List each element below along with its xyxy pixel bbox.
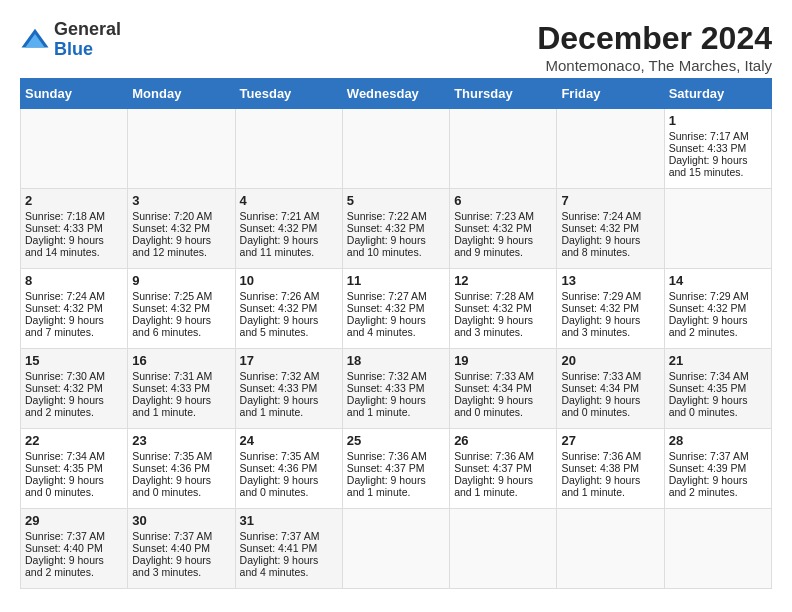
daylight-text: Daylight: 9 hours and 3 minutes. (132, 554, 211, 578)
calendar-cell: 13Sunrise: 7:29 AMSunset: 4:32 PMDayligh… (557, 269, 664, 349)
daylight-text: Daylight: 9 hours and 7 minutes. (25, 314, 104, 338)
calendar-cell (235, 109, 342, 189)
sunrise-text: Sunrise: 7:27 AM (347, 290, 427, 302)
calendar-cell: 23Sunrise: 7:35 AMSunset: 4:36 PMDayligh… (128, 429, 235, 509)
sunrise-text: Sunrise: 7:34 AM (669, 370, 749, 382)
sunset-text: Sunset: 4:34 PM (454, 382, 532, 394)
day-number: 31 (240, 513, 338, 528)
daylight-text: Daylight: 9 hours and 2 minutes. (669, 314, 748, 338)
calendar-cell (664, 509, 771, 589)
header-day-saturday: Saturday (664, 79, 771, 109)
calendar-cell (342, 109, 449, 189)
header-day-monday: Monday (128, 79, 235, 109)
daylight-text: Daylight: 9 hours and 3 minutes. (454, 314, 533, 338)
day-number: 23 (132, 433, 230, 448)
header-day-friday: Friday (557, 79, 664, 109)
logo-icon (20, 25, 50, 55)
sunrise-text: Sunrise: 7:24 AM (561, 210, 641, 222)
calendar-cell: 21Sunrise: 7:34 AMSunset: 4:35 PMDayligh… (664, 349, 771, 429)
calendar-cell: 9Sunrise: 7:25 AMSunset: 4:32 PMDaylight… (128, 269, 235, 349)
calendar-cell: 7Sunrise: 7:24 AMSunset: 4:32 PMDaylight… (557, 189, 664, 269)
calendar-cell: 1Sunrise: 7:17 AMSunset: 4:33 PMDaylight… (664, 109, 771, 189)
daylight-text: Daylight: 9 hours and 0 minutes. (561, 394, 640, 418)
calendar-cell: 2Sunrise: 7:18 AMSunset: 4:33 PMDaylight… (21, 189, 128, 269)
calendar-cell (557, 109, 664, 189)
header-day-sunday: Sunday (21, 79, 128, 109)
sunset-text: Sunset: 4:32 PM (132, 302, 210, 314)
day-number: 20 (561, 353, 659, 368)
day-number: 30 (132, 513, 230, 528)
sunset-text: Sunset: 4:38 PM (561, 462, 639, 474)
calendar-cell (450, 109, 557, 189)
calendar-cell: 11Sunrise: 7:27 AMSunset: 4:32 PMDayligh… (342, 269, 449, 349)
day-number: 18 (347, 353, 445, 368)
daylight-text: Daylight: 9 hours and 5 minutes. (240, 314, 319, 338)
daylight-text: Daylight: 9 hours and 1 minute. (347, 474, 426, 498)
daylight-text: Daylight: 9 hours and 9 minutes. (454, 234, 533, 258)
calendar-cell: 27Sunrise: 7:36 AMSunset: 4:38 PMDayligh… (557, 429, 664, 509)
daylight-text: Daylight: 9 hours and 6 minutes. (132, 314, 211, 338)
day-number: 16 (132, 353, 230, 368)
daylight-text: Daylight: 9 hours and 11 minutes. (240, 234, 319, 258)
week-row-1: 2Sunrise: 7:18 AMSunset: 4:33 PMDaylight… (21, 189, 772, 269)
sunset-text: Sunset: 4:39 PM (669, 462, 747, 474)
daylight-text: Daylight: 9 hours and 12 minutes. (132, 234, 211, 258)
daylight-text: Daylight: 9 hours and 0 minutes. (25, 474, 104, 498)
calendar-cell: 16Sunrise: 7:31 AMSunset: 4:33 PMDayligh… (128, 349, 235, 429)
header-day-tuesday: Tuesday (235, 79, 342, 109)
calendar-cell: 8Sunrise: 7:24 AMSunset: 4:32 PMDaylight… (21, 269, 128, 349)
main-title: December 2024 (537, 20, 772, 57)
daylight-text: Daylight: 9 hours and 0 minutes. (454, 394, 533, 418)
sunset-text: Sunset: 4:32 PM (454, 222, 532, 234)
sunrise-text: Sunrise: 7:32 AM (347, 370, 427, 382)
daylight-text: Daylight: 9 hours and 4 minutes. (240, 554, 319, 578)
calendar-cell (450, 509, 557, 589)
day-number: 29 (25, 513, 123, 528)
sunset-text: Sunset: 4:37 PM (454, 462, 532, 474)
calendar-cell: 5Sunrise: 7:22 AMSunset: 4:32 PMDaylight… (342, 189, 449, 269)
sunrise-text: Sunrise: 7:28 AM (454, 290, 534, 302)
calendar-cell: 25Sunrise: 7:36 AMSunset: 4:37 PMDayligh… (342, 429, 449, 509)
sunrise-text: Sunrise: 7:34 AM (25, 450, 105, 462)
sunrise-text: Sunrise: 7:37 AM (132, 530, 212, 542)
day-number: 22 (25, 433, 123, 448)
sunset-text: Sunset: 4:33 PM (132, 382, 210, 394)
sunset-text: Sunset: 4:40 PM (132, 542, 210, 554)
logo-text: General Blue (54, 20, 121, 60)
day-number: 25 (347, 433, 445, 448)
calendar-cell (21, 109, 128, 189)
calendar-cell: 19Sunrise: 7:33 AMSunset: 4:34 PMDayligh… (450, 349, 557, 429)
sunset-text: Sunset: 4:32 PM (669, 302, 747, 314)
daylight-text: Daylight: 9 hours and 15 minutes. (669, 154, 748, 178)
calendar-cell: 4Sunrise: 7:21 AMSunset: 4:32 PMDaylight… (235, 189, 342, 269)
calendar-cell: 28Sunrise: 7:37 AMSunset: 4:39 PMDayligh… (664, 429, 771, 509)
week-row-2: 8Sunrise: 7:24 AMSunset: 4:32 PMDaylight… (21, 269, 772, 349)
calendar-cell: 15Sunrise: 7:30 AMSunset: 4:32 PMDayligh… (21, 349, 128, 429)
sunset-text: Sunset: 4:40 PM (25, 542, 103, 554)
daylight-text: Daylight: 9 hours and 3 minutes. (561, 314, 640, 338)
daylight-text: Daylight: 9 hours and 1 minute. (347, 394, 426, 418)
day-number: 21 (669, 353, 767, 368)
sunset-text: Sunset: 4:33 PM (240, 382, 318, 394)
sunset-text: Sunset: 4:37 PM (347, 462, 425, 474)
daylight-text: Daylight: 9 hours and 4 minutes. (347, 314, 426, 338)
sunset-text: Sunset: 4:32 PM (454, 302, 532, 314)
sunrise-text: Sunrise: 7:37 AM (669, 450, 749, 462)
sunset-text: Sunset: 4:32 PM (347, 302, 425, 314)
sunrise-text: Sunrise: 7:32 AM (240, 370, 320, 382)
daylight-text: Daylight: 9 hours and 1 minute. (132, 394, 211, 418)
week-row-4: 22Sunrise: 7:34 AMSunset: 4:35 PMDayligh… (21, 429, 772, 509)
sunrise-text: Sunrise: 7:33 AM (561, 370, 641, 382)
calendar-cell (664, 189, 771, 269)
sunset-text: Sunset: 4:32 PM (132, 222, 210, 234)
day-number: 11 (347, 273, 445, 288)
header-row: SundayMondayTuesdayWednesdayThursdayFrid… (21, 79, 772, 109)
daylight-text: Daylight: 9 hours and 10 minutes. (347, 234, 426, 258)
sunrise-text: Sunrise: 7:23 AM (454, 210, 534, 222)
sunset-text: Sunset: 4:33 PM (347, 382, 425, 394)
sunrise-text: Sunrise: 7:29 AM (669, 290, 749, 302)
week-row-0: 1Sunrise: 7:17 AMSunset: 4:33 PMDaylight… (21, 109, 772, 189)
day-number: 8 (25, 273, 123, 288)
sunrise-text: Sunrise: 7:37 AM (240, 530, 320, 542)
daylight-text: Daylight: 9 hours and 1 minute. (240, 394, 319, 418)
